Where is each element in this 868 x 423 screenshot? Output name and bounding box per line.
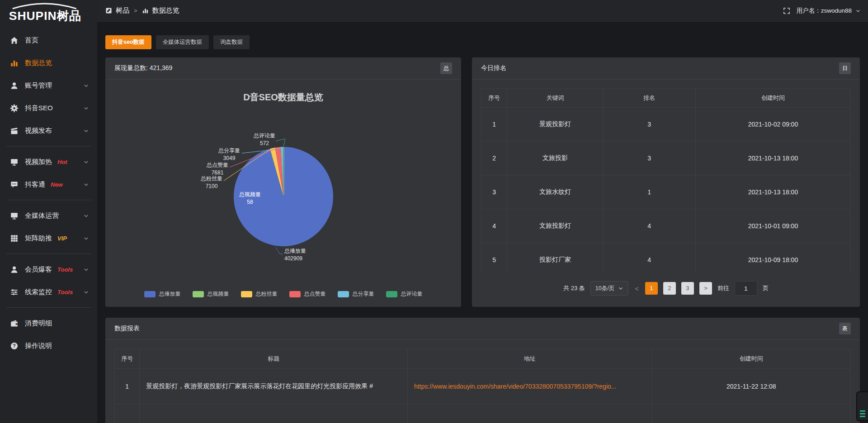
- sidebar-item-label: 消费明细: [25, 319, 52, 328]
- column-header: 创建时间: [652, 349, 851, 369]
- legend-item[interactable]: 总评论量: [386, 290, 423, 298]
- legend-item[interactable]: 总分享量: [338, 290, 374, 298]
- column-header: 地址: [407, 349, 651, 369]
- impressions-total-label: 展现量总数:: [114, 64, 148, 71]
- sidebar-item[interactable]: 视频发布: [0, 119, 97, 142]
- sidebar-item[interactable]: 账号管理: [0, 74, 97, 97]
- pie-label-videos: 总视频量58: [239, 191, 261, 206]
- floating-widget[interactable]: [856, 391, 868, 421]
- tab-3[interactable]: 询盘数据: [213, 35, 250, 49]
- chevron-down-icon: [83, 267, 89, 273]
- sidebar-item[interactable]: 会员爆客Tools: [0, 258, 97, 281]
- chevron-down-icon: [83, 83, 89, 89]
- legend-item[interactable]: 总播放量: [144, 290, 181, 298]
- sidebar-item[interactable]: 首页: [0, 29, 97, 52]
- sidebar-item[interactable]: 消费明细: [0, 312, 97, 334]
- column-header: 序号: [115, 349, 140, 369]
- sidebar-item-label: 全媒体运营: [25, 212, 59, 220]
- legend-item[interactable]: 总视频量: [193, 290, 229, 298]
- tab-1[interactable]: 抖音seo数据: [105, 35, 151, 49]
- cell: 文旅水纹灯: [507, 175, 603, 209]
- logo[interactable]: SHUPIN树品: [0, 0, 97, 26]
- table-row: 3文旅水纹灯12021-10-13 18:00: [481, 175, 851, 209]
- legend-label: 总视频量: [208, 290, 229, 298]
- table-view-button[interactable]: 表: [839, 323, 851, 334]
- sidebar-item-label: 视频加热: [25, 158, 52, 166]
- cell: 2021-10-13 18:00: [695, 175, 850, 209]
- legend-label: 总粉丝量: [256, 290, 278, 298]
- username-value: zswodun88: [821, 7, 852, 14]
- sidebar-item-label: 首页: [25, 36, 38, 45]
- pie-chart: D音SEO数据量总览 总评论量572: [105, 80, 461, 307]
- chevron-down-icon: [83, 128, 89, 134]
- impressions-total: 展现量总数: 421,369: [114, 64, 172, 72]
- chart-legend: 总播放量总视频量总粉丝量总点赞量总分享量总评论量: [105, 290, 461, 298]
- sidebar-item-label: 数据总览: [25, 59, 52, 67]
- legend-swatch: [386, 291, 397, 297]
- page-number-button[interactable]: 3: [681, 282, 694, 295]
- table-row: 1景观投影灯32021-10-02 09:00: [481, 108, 851, 141]
- sidebar-item-label: 会员爆客: [25, 265, 52, 274]
- sidebar-item[interactable]: 线索监控Tools: [0, 281, 97, 303]
- table-row: 5投影灯厂家42021-10-09 18:00: [481, 243, 851, 273]
- chevron-down-icon[interactable]: [855, 8, 861, 14]
- logo-text: SHUPIN树品: [9, 9, 82, 23]
- username[interactable]: 用户名：zswodun88: [797, 7, 852, 15]
- sidebar-item[interactable]: 抖客通New: [0, 173, 97, 196]
- cell: 2021-10-09 18:00: [695, 243, 850, 273]
- legend-label: 总分享量: [353, 290, 374, 298]
- column-header: 关键词: [507, 89, 603, 108]
- legend-swatch: [289, 291, 301, 297]
- impressions-total-value: 421,369: [150, 64, 173, 71]
- pie-label-plays: 总播放量402909: [284, 247, 306, 263]
- page-size-select[interactable]: 10条/页: [590, 281, 628, 296]
- sidebar-item[interactable]: 矩阵助推VIP: [0, 227, 97, 249]
- member-icon: [10, 265, 19, 274]
- cell: 2021-10-13 18:00: [695, 141, 850, 175]
- dashboard-icon: [105, 7, 112, 14]
- wallet-icon: [10, 319, 19, 328]
- sidebar-item[interactable]: ?操作说明: [0, 334, 97, 357]
- chevron-down-icon: [83, 105, 89, 111]
- next-page-button[interactable]: >: [699, 282, 712, 295]
- page-number-button[interactable]: 1: [645, 282, 658, 295]
- breadcrumb-root[interactable]: 树品: [116, 6, 129, 15]
- logo-arc: [13, 4, 76, 9]
- legend-swatch: [193, 291, 204, 297]
- goto-unit-label: 页: [763, 284, 769, 292]
- total-view-button[interactable]: 总: [440, 62, 452, 74]
- legend-item[interactable]: 总粉丝量: [241, 290, 278, 298]
- report-panel-title: 数据报表: [114, 324, 140, 333]
- sidebar-item-label: 抖音SEO: [25, 104, 53, 113]
- table-row: 1景观投影灯，夜游景观投影灯厂家展示展示落花灯在花园里的灯光投影应用效果 #ht…: [115, 369, 851, 404]
- daily-view-button[interactable]: 日: [839, 62, 851, 74]
- svg-text:?: ?: [13, 343, 16, 348]
- table-row: 4文旅投影灯42021-10-01 09:00: [481, 209, 851, 243]
- chevron-down-icon: [618, 286, 623, 291]
- page-number-button[interactable]: 2: [663, 282, 676, 295]
- sidebar-item-label: 线索监控: [25, 288, 52, 296]
- legend-label: 总播放量: [159, 290, 181, 298]
- pie-label-likes: 总点赞量7681: [207, 161, 228, 177]
- sidebar-menu: 首页数据总览账号管理抖音SEO视频发布视频加热Hot抖客通New全媒体运营矩阵助…: [0, 26, 97, 357]
- sidebar-item[interactable]: 视频加热Hot: [0, 150, 97, 173]
- sidebar-item-label: 操作说明: [25, 342, 52, 350]
- prev-page-button[interactable]: <: [634, 285, 640, 292]
- heat-icon: [10, 158, 19, 166]
- cell: 2021-10-02 09:00: [695, 108, 850, 141]
- video-url-link[interactable]: https://www.iesdouyin.com/share/video/70…: [414, 383, 617, 390]
- sidebar-item-badge: Tools: [57, 266, 73, 273]
- page-size-label: 10条/页: [595, 285, 614, 292]
- legend-swatch: [338, 291, 349, 297]
- tab-2[interactable]: 全媒体运营数据: [156, 35, 209, 49]
- cell: 2021-10-01 09:00: [695, 209, 850, 243]
- sidebar-item[interactable]: 数据总览: [0, 52, 97, 74]
- breadcrumb-current[interactable]: 数据总览: [152, 6, 179, 15]
- sidebar-item[interactable]: 全媒体运营: [0, 204, 97, 227]
- sidebar-item-label: 视频发布: [25, 127, 52, 135]
- fullscreen-icon[interactable]: [783, 7, 790, 14]
- legend-item[interactable]: 总点赞量: [289, 290, 326, 298]
- goto-page-input[interactable]: [735, 281, 757, 296]
- sidebar-item[interactable]: 抖音SEO: [0, 97, 97, 119]
- chart-icon: [10, 59, 19, 67]
